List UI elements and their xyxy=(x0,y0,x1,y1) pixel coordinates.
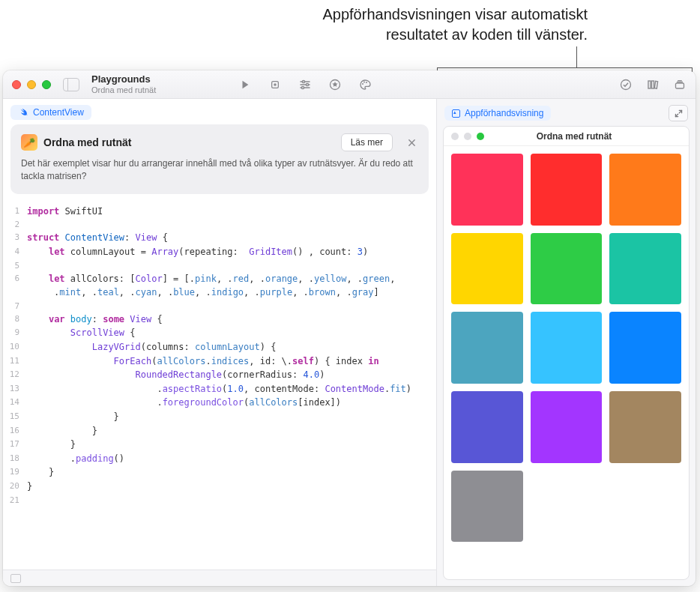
code-content[interactable] xyxy=(27,218,436,231)
star-icon[interactable] xyxy=(328,78,342,91)
color-cell[interactable] xyxy=(451,391,523,463)
window-subtitle: Ordna med rutnät xyxy=(91,85,156,94)
color-grid xyxy=(451,154,681,542)
code-content[interactable]: } xyxy=(27,480,436,494)
line-number: 9 xyxy=(3,326,27,340)
code-line[interactable]: 5 xyxy=(3,259,436,272)
code-line[interactable]: 13 .aspectRatio(1.0, contentMode: Conten… xyxy=(3,382,436,396)
app-preview-tab[interactable]: Appförhandsvisning xyxy=(444,106,551,121)
stop-icon[interactable] xyxy=(268,78,282,91)
sliders-icon[interactable] xyxy=(298,78,312,91)
checkmark-circle-icon[interactable] xyxy=(619,78,633,91)
code-line[interactable]: 17 } xyxy=(3,438,436,452)
close-window-button[interactable] xyxy=(12,80,21,89)
code-content[interactable] xyxy=(27,259,436,272)
code-content[interactable]: .aspectRatio(1.0, contentMode: ContentMo… xyxy=(27,382,436,396)
preview-close-button[interactable] xyxy=(451,133,459,140)
preview-window: Ordna med rutnät xyxy=(443,126,690,580)
expand-preview-button[interactable] xyxy=(669,105,688,121)
read-more-button[interactable]: Läs mer xyxy=(341,133,393,151)
code-line[interactable]: 21 xyxy=(3,494,436,507)
code-content[interactable]: let allColors: [Color] = [.pink, .red, .… xyxy=(27,272,436,286)
code-content[interactable]: ForEach(allColors.indices, id: \.self) {… xyxy=(27,354,436,369)
preview-body[interactable] xyxy=(444,146,689,579)
color-cell[interactable] xyxy=(531,154,603,226)
code-line[interactable]: 8 var body: some View { xyxy=(3,312,436,327)
color-cell[interactable] xyxy=(531,312,603,384)
info-card-title: Ordna med rutnät xyxy=(43,136,131,148)
code-content[interactable]: ScrollView { xyxy=(27,326,436,340)
code-content[interactable]: struct ContentView: View { xyxy=(27,231,436,245)
svg-rect-15 xyxy=(654,81,657,88)
code-line[interactable]: 4 let columnLayout = Array(repeating: Gr… xyxy=(3,245,436,259)
code-line[interactable]: 6 let allColors: [Color] = [.pink, .red,… xyxy=(3,272,436,286)
color-cell[interactable] xyxy=(451,233,523,305)
code-line[interactable]: 18 .padding() xyxy=(3,452,436,466)
code-content[interactable]: } xyxy=(27,424,436,438)
code-content[interactable]: .padding() xyxy=(27,452,436,466)
line-number: 18 xyxy=(3,452,27,466)
code-line[interactable]: 9 ScrollView { xyxy=(3,326,436,340)
svg-point-9 xyxy=(362,83,363,85)
stack-icon[interactable] xyxy=(673,78,687,91)
contentview-tab[interactable]: ContentView xyxy=(10,105,91,120)
code-content[interactable]: RoundedRectangle(cornerRadius: 4.0) xyxy=(27,368,436,382)
zoom-window-button[interactable] xyxy=(42,80,51,89)
code-content[interactable]: } xyxy=(27,410,436,424)
code-line[interactable]: 7 xyxy=(3,300,436,312)
color-cell[interactable] xyxy=(531,391,603,463)
code-content[interactable]: import SwiftUI xyxy=(27,205,436,219)
play-icon[interactable] xyxy=(238,78,252,91)
code-line[interactable]: 16 } xyxy=(3,424,436,438)
code-content[interactable]: LazyVGrid(columns: columnLayout) { xyxy=(27,340,436,354)
code-line[interactable]: 20} xyxy=(3,480,436,494)
line-number: 12 xyxy=(3,368,27,382)
left-tabbar: ContentView xyxy=(3,99,436,124)
code-line[interactable]: 12 RoundedRectangle(cornerRadius: 4.0) xyxy=(3,368,436,382)
line-number xyxy=(3,286,27,300)
library-icon[interactable] xyxy=(646,78,660,91)
code-line[interactable]: 2 xyxy=(3,218,436,231)
code-content[interactable] xyxy=(27,300,436,312)
code-line[interactable]: 1import SwiftUI xyxy=(3,205,436,219)
code-line[interactable]: 11 ForEach(allColors.indices, id: \.self… xyxy=(3,354,436,369)
contentview-tab-label: ContentView xyxy=(33,107,84,118)
code-content[interactable]: let columnLayout = Array(repeating: Grid… xyxy=(27,245,436,259)
code-content[interactable]: .foregroundColor(allColors[index]) xyxy=(27,396,436,410)
editor-pane: ContentView 🥕 Ordna med rutnät Läs mer D… xyxy=(3,99,436,586)
color-cell[interactable] xyxy=(609,233,681,305)
color-cell[interactable] xyxy=(451,154,523,226)
code-line[interactable]: 3struct ContentView: View { xyxy=(3,231,436,245)
app-preview-icon xyxy=(452,109,460,118)
color-cell[interactable] xyxy=(609,154,681,226)
code-line[interactable]: 14 .foregroundColor(allColors[index]) xyxy=(3,396,436,410)
code-content[interactable]: } xyxy=(27,465,436,480)
color-cell[interactable] xyxy=(531,233,603,305)
code-content[interactable]: var body: some View { xyxy=(27,312,436,327)
code-content[interactable]: .mint, .teal, .cyan, .blue, .indigo, .pu… xyxy=(27,286,436,300)
code-content[interactable] xyxy=(27,494,436,507)
code-content[interactable]: } xyxy=(27,438,436,452)
svg-point-10 xyxy=(363,81,365,82)
palette-icon[interactable] xyxy=(358,78,372,91)
color-cell[interactable] xyxy=(609,391,681,463)
code-line[interactable]: 10 LazyVGrid(columns: columnLayout) { xyxy=(3,340,436,354)
code-line[interactable]: 15 } xyxy=(3,410,436,424)
code-line[interactable]: .mint, .teal, .cyan, .blue, .indigo, .pu… xyxy=(3,286,436,300)
color-cell[interactable] xyxy=(451,471,523,543)
close-info-card-button[interactable] xyxy=(405,136,418,149)
svg-rect-16 xyxy=(675,83,684,88)
color-cell[interactable] xyxy=(451,312,523,384)
color-cell[interactable] xyxy=(609,312,681,384)
swift-icon xyxy=(18,107,28,118)
minimize-window-button[interactable] xyxy=(27,80,36,89)
svg-rect-13 xyxy=(648,81,651,88)
code-editor[interactable]: 1import SwiftUI23struct ContentView: Vie… xyxy=(3,199,436,570)
window-titlebar: Playgrounds Ordna med rutnät xyxy=(3,70,696,99)
line-number: 3 xyxy=(3,231,27,245)
line-number: 15 xyxy=(3,410,27,424)
code-line[interactable]: 19 } xyxy=(3,465,436,480)
annotation-text: Appförhandsvisningen visar automatiskt r… xyxy=(322,4,588,45)
sidebar-toggle-button[interactable] xyxy=(63,78,79,91)
status-panel-icon[interactable] xyxy=(10,574,21,583)
